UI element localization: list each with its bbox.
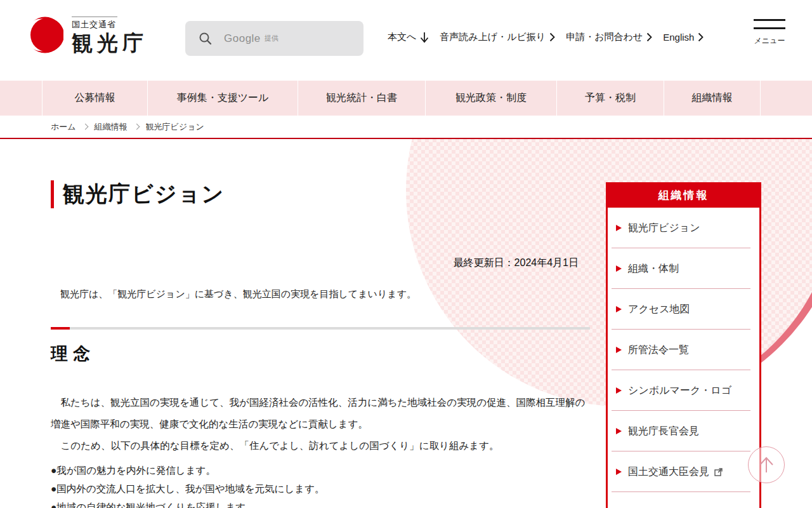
nav-item-public-offering[interactable]: 公募情報 <box>42 81 147 116</box>
search-input[interactable]: Google 提供 <box>185 21 363 56</box>
chevron-right-icon <box>698 32 704 42</box>
sidebar-item-label: 組織・体制 <box>628 262 679 276</box>
sidebar-list: 観光庁ビジョン 組織・体制 アクセス地図 所管法令一覧 シンボルマーク・ロゴ 観… <box>608 208 759 492</box>
page-title-row: 観光庁ビジョン <box>51 180 590 209</box>
skip-to-content-label: 本文へ <box>388 31 416 43</box>
goal-item: ●国内外の交流人口を拡大し、我が国や地域を元気にします。 <box>51 480 590 498</box>
chevron-right-icon <box>133 124 140 130</box>
page-title: 観光庁ビジョン <box>63 180 225 209</box>
chevron-right-icon <box>646 32 652 42</box>
sidebar-item-label: 所管法令一覧 <box>628 344 689 357</box>
utility-nav: 本文へ 音声読み上げ・ルビ振り 申請・お問合わせ English <box>388 31 714 43</box>
external-link-icon <box>714 468 723 476</box>
chevron-right-icon <box>549 32 555 42</box>
agency-logo-text: 国土交通省 観光庁 <box>72 17 148 55</box>
audio-ruby-label: 音声読み上げ・ルビ振り <box>440 31 546 43</box>
menu-label: メニュー <box>754 36 785 46</box>
skip-to-content-link[interactable]: 本文へ <box>388 31 429 43</box>
contact-link[interactable]: 申請・お問合わせ <box>566 31 652 43</box>
sidebar-item-minister-press[interactable]: 国土交通大臣会見 <box>608 451 759 492</box>
nav-item-budget-tax[interactable]: 予算・税制 <box>556 81 664 116</box>
nav-item-case-studies[interactable]: 事例集・支援ツール <box>147 81 298 116</box>
sidebar-item-structure[interactable]: 組織・体制 <box>608 248 759 289</box>
nav-item-statistics[interactable]: 観光統計・白書 <box>298 81 425 116</box>
main-content: 観光庁ビジョン 最終更新日：2024年4月1日 観光庁は、「観光庁ビジョン」に基… <box>51 139 590 508</box>
philosophy-text: 私たちは、観光立国の実現を通じて、我が国経済社会の活性化、活力に満ちた地域社会の… <box>51 392 590 457</box>
sidebar-item-label: アクセス地図 <box>628 303 690 316</box>
breadcrumb-organization[interactable]: 組織情報 <box>95 121 128 133</box>
philosophy-paragraph: このため、以下の具体的な目標を定め、「住んでよし、訪れてよしの国づくり」に取り組… <box>51 435 590 457</box>
hamburger-icon <box>754 19 785 29</box>
english-label: English <box>663 32 694 43</box>
english-link[interactable]: English <box>663 32 704 43</box>
goal-item: ●我が国の魅力を内外に発信します。 <box>51 462 590 480</box>
chevron-right-icon <box>82 124 88 130</box>
intro-text: 観光庁は、「観光庁ビジョン」に基づき、観光立国の実現を目指してまいります。 <box>51 286 590 302</box>
site-header: 国土交通省 観光庁 Google 提供 本文へ 音声読み上げ・ルビ振り <box>0 0 812 81</box>
sidebar-item-commissioner-press[interactable]: 観光庁長官会見 <box>608 411 759 451</box>
sidebar-item-vision[interactable]: 観光庁ビジョン <box>608 208 759 248</box>
breadcrumb-home[interactable]: ホーム <box>51 121 76 133</box>
goal-list: ●我が国の魅力を内外に発信します。 ●国内外の交流人口を拡大し、我が国や地域を元… <box>51 462 590 508</box>
content-area: 観光庁ビジョン 最終更新日：2024年4月1日 観光庁は、「観光庁ビジョン」に基… <box>0 139 812 508</box>
scroll-to-top-button[interactable] <box>748 446 785 483</box>
audio-ruby-link[interactable]: 音声読み上げ・ルビ振り <box>440 31 555 43</box>
arrow-up-icon <box>749 447 784 483</box>
sidebar-title: 組織情報 <box>606 182 761 208</box>
nav-item-organization[interactable]: 組織情報 <box>664 81 761 116</box>
breadcrumb-current: 観光庁ビジョン <box>146 121 204 133</box>
nav-item-policy[interactable]: 観光政策・制度 <box>425 81 556 116</box>
search-icon <box>199 32 212 45</box>
sidebar-item-label: 観光庁長官会見 <box>628 425 699 438</box>
contact-label: 申請・お問合わせ <box>566 31 643 43</box>
sidebar-item-label: 国土交通大臣会見 <box>628 465 709 479</box>
search-placeholder-provided: 提供 <box>265 34 278 43</box>
menu-button[interactable]: メニュー <box>754 19 785 46</box>
title-accent-bar <box>51 180 54 208</box>
goal-item: ●地域の自律的な観光地づくりを応援します。 <box>51 498 590 508</box>
sidebar-item-access-map[interactable]: アクセス地図 <box>608 289 759 330</box>
philosophy-paragraph: 私たちは、観光立国の実現を通じて、我が国経済社会の活性化、活力に満ちた地域社会の… <box>51 392 590 435</box>
sidebar-item-symbol-logo[interactable]: シンボルマーク・ロゴ <box>608 370 759 411</box>
sidebar-item-laws[interactable]: 所管法令一覧 <box>608 330 759 370</box>
breadcrumb: ホーム 組織情報 観光庁ビジョン <box>0 116 812 139</box>
last-updated: 最終更新日：2024年4月1日 <box>51 257 590 270</box>
agency-logo-icon <box>27 17 63 53</box>
section-heading-rinen: 理念 <box>51 342 590 365</box>
sidebar-item-label: 観光庁ビジョン <box>628 222 700 235</box>
sidebar-organization: 組織情報 観光庁ビジョン 組織・体制 アクセス地図 所管法令一覧 シンボルマーク… <box>606 182 761 508</box>
agency-name: 観光庁 <box>72 32 148 55</box>
arrow-down-icon <box>420 32 429 43</box>
global-nav: 公募情報 事例集・支援ツール 観光統計・白書 観光政策・制度 予算・税制 組織情… <box>0 81 812 116</box>
ministry-name: 国土交通省 <box>72 17 117 30</box>
kanko-cho-page: 国土交通省 観光庁 Google 提供 本文へ 音声読み上げ・ルビ振り <box>0 0 812 508</box>
sidebar-item-label: シンボルマーク・ロゴ <box>628 384 731 398</box>
section-divider <box>51 327 590 330</box>
search-placeholder-brand: Google <box>224 32 261 45</box>
agency-logo[interactable]: 国土交通省 観光庁 <box>27 17 148 55</box>
